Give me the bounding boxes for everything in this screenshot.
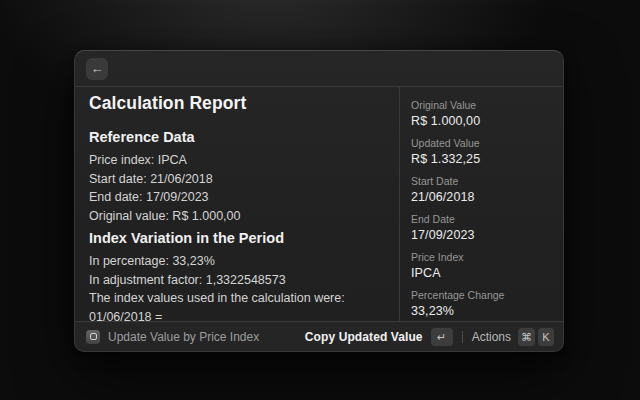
price-index-extension-icon xyxy=(86,330,100,344)
report-line-start-date: Start date: 21/06/2018 xyxy=(89,170,387,189)
copy-updated-value-label: Copy Updated Value xyxy=(305,330,423,344)
page-title: Calculation Report xyxy=(89,92,387,114)
metadata-sidebar: Original Value R$ 1.000,00 Updated Value… xyxy=(400,87,563,321)
meta-label: End Date xyxy=(411,213,553,225)
report-line-price-index: Price index: IPCA xyxy=(89,151,387,170)
window-header: ← xyxy=(75,51,563,87)
meta-label: Original Value xyxy=(411,99,553,111)
meta-label: Percentage Change xyxy=(411,289,553,301)
report-line-original-value: Original value: R$ 1.000,00 xyxy=(89,207,387,226)
report-line-percentage: In percentage: 33,23% xyxy=(89,252,387,271)
meta-value: 17/09/2023 xyxy=(411,227,553,243)
meta-value: IPCA xyxy=(411,265,553,281)
actions-label: Actions xyxy=(472,330,511,344)
report-content[interactable]: Calculation Report Reference Data Price … xyxy=(75,87,399,321)
meta-original-value: Original Value R$ 1.000,00 xyxy=(411,99,553,129)
raycast-window: ← Calculation Report Reference Data Pric… xyxy=(74,50,564,352)
meta-updated-value: Updated Value R$ 1.332,25 xyxy=(411,137,553,167)
actions-menu-button[interactable]: Actions ⌘ K xyxy=(472,328,554,346)
return-key-icon: ↵ xyxy=(431,328,453,346)
window-body: Calculation Report Reference Data Price … xyxy=(75,87,563,321)
back-arrow-icon: ← xyxy=(91,58,104,80)
section-heading-reference-data: Reference Data xyxy=(89,128,387,147)
meta-value: R$ 1.332,25 xyxy=(411,151,553,167)
meta-start-date: Start Date 21/06/2018 xyxy=(411,175,553,205)
meta-percentage-change: Percentage Change 33,23% xyxy=(411,289,553,319)
k-key-icon: K xyxy=(538,328,554,346)
report-line-end-date: End date: 17/09/2023 xyxy=(89,188,387,207)
meta-label: Price Index xyxy=(411,251,553,263)
copy-updated-value-button[interactable]: Copy Updated Value ↵ xyxy=(305,328,453,346)
meta-label: Updated Value xyxy=(411,137,553,149)
command-title: Update Value by Price Index xyxy=(108,330,259,344)
footer-divider xyxy=(462,331,463,343)
command-key-icon: ⌘ xyxy=(518,328,535,346)
section-heading-index-variation: Index Variation in the Period xyxy=(89,229,387,248)
meta-value: R$ 1.000,00 xyxy=(411,113,553,129)
meta-label: Start Date xyxy=(411,175,553,187)
action-bar: Update Value by Price Index Copy Updated… xyxy=(75,321,563,351)
meta-end-date: End Date 17/09/2023 xyxy=(411,213,553,243)
back-button[interactable]: ← xyxy=(86,58,108,80)
meta-price-index: Price Index IPCA xyxy=(411,251,553,281)
report-paragraph-index-values: The index values used in the calculation… xyxy=(89,289,387,321)
meta-value: 21/06/2018 xyxy=(411,189,553,205)
report-line-adjustment-factor: In adjustment factor: 1,3322548573 xyxy=(89,271,387,290)
meta-value: 33,23% xyxy=(411,303,553,319)
